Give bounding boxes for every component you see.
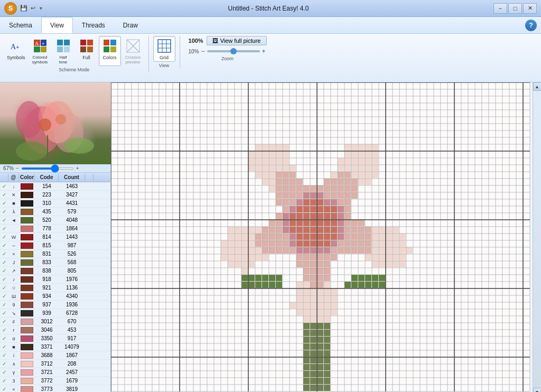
- svg-rect-9: [64, 40, 70, 45]
- color-row[interactable]: ✓ 778 1864: [0, 225, 110, 233]
- scroll-up-button[interactable]: ▲: [533, 82, 542, 91]
- color-row[interactable]: ✓ г 3046 453: [0, 326, 110, 334]
- color-row[interactable]: ✓ ■ 3371 14079: [0, 343, 110, 351]
- color-row[interactable]: ✓ 3 3772 1679: [0, 377, 110, 385]
- swatch-cell: [19, 234, 35, 241]
- tab-threads[interactable]: Threads: [73, 17, 114, 33]
- color-row[interactable]: ✓ γ 3721 2457: [0, 368, 110, 377]
- preview-zoom-out[interactable]: −: [16, 165, 19, 171]
- color-row[interactable]: ✓ λ 435 579: [0, 208, 110, 216]
- zoom-min-label: 10%: [189, 49, 199, 54]
- code-cell: 3712: [35, 361, 59, 367]
- stitch-canvas[interactable]: [111, 82, 533, 392]
- code-cell: 833: [35, 259, 59, 265]
- symbol-cell: г: [8, 328, 19, 333]
- color-row[interactable]: ✓ W 814 1443: [0, 233, 110, 241]
- view-items: Grid: [153, 36, 175, 62]
- quick-access-save[interactable]: 💾: [20, 5, 27, 12]
- code-cell: 223: [35, 192, 59, 198]
- view-full-button[interactable]: 🖼 View full picture: [207, 36, 267, 45]
- count-cell: 208: [59, 361, 85, 367]
- app-icon: S: [4, 2, 17, 15]
- quick-access-dropdown[interactable]: ▼: [39, 6, 43, 11]
- tab-draw[interactable]: Draw: [114, 17, 147, 33]
- header-code: Code: [35, 174, 59, 181]
- preview-zoom-in[interactable]: +: [76, 165, 79, 171]
- toolbar: A + Symbols A +: [0, 34, 541, 82]
- view-full-label: View full picture: [220, 38, 261, 44]
- full-icon: [78, 38, 95, 54]
- preview-zoom-bar: 67% − +: [0, 164, 110, 173]
- color-row[interactable]: ✓ ↓ 154 1463: [0, 182, 110, 191]
- zoom-slider[interactable]: [207, 50, 260, 52]
- count-cell: 1679: [59, 378, 85, 384]
- check-cell: ✓: [0, 310, 8, 316]
- color-row[interactable]: ✓ × 831 526: [0, 250, 110, 258]
- count-cell: 917: [59, 335, 85, 341]
- symbol-cell: ■: [8, 201, 19, 206]
- svg-point-33: [16, 142, 48, 161]
- half-tone-label: Halftone: [59, 55, 68, 64]
- code-cell: 815: [35, 242, 59, 248]
- half-tone-button[interactable]: Halftone: [52, 36, 74, 66]
- scheme-mode-items: A + Symbols A +: [4, 36, 144, 66]
- color-row[interactable]: ✓ ◄ 520 4048: [0, 216, 110, 225]
- color-row[interactable]: ✓ α 3350 917: [0, 334, 110, 343]
- zoom-in-icon[interactable]: +: [262, 48, 266, 55]
- color-row[interactable]: ✓ ■ 310 4431: [0, 199, 110, 208]
- color-row[interactable]: ✓ ♪ 918 1976: [0, 275, 110, 284]
- colored-symbols-label: Coloredsymbols: [32, 55, 48, 64]
- colored-symbols-button[interactable]: A + Coloredsymbols: [29, 36, 51, 66]
- scroll-down-button[interactable]: ▼: [533, 388, 542, 392]
- svg-rect-7: [41, 46, 46, 52]
- color-row[interactable]: ✓ ↘ 939 6728: [0, 309, 110, 318]
- symbols-button[interactable]: A + Symbols: [4, 36, 28, 66]
- code-cell: 814: [35, 234, 59, 240]
- color-row[interactable]: ✓ Ш 934 4340: [0, 292, 110, 301]
- close-button[interactable]: ✕: [523, 3, 537, 14]
- swatch-cell: [19, 242, 35, 249]
- color-row[interactable]: ✓ ↔ 815 987: [0, 241, 110, 250]
- color-row[interactable]: ✓ ☆ 921 1136: [0, 284, 110, 292]
- grid-button[interactable]: Grid: [153, 36, 175, 62]
- symbol-cell: γ: [8, 370, 19, 375]
- preview-zoom-slider[interactable]: [21, 167, 74, 170]
- full-button[interactable]: Full: [76, 36, 98, 66]
- minimize-button[interactable]: −: [493, 3, 507, 14]
- swatch-cell: [19, 293, 35, 300]
- color-table-body[interactable]: ✓ ↓ 154 1463 ✓ ✕ 223 3427 ✓ ■ 310 4431 ✓…: [0, 182, 110, 392]
- grid-area[interactable]: [111, 82, 533, 392]
- color-row[interactable]: ✓ ↗ 838 805: [0, 267, 110, 275]
- help-button[interactable]: ?: [525, 20, 537, 31]
- color-row[interactable]: ✓ ∧ 3712 208: [0, 360, 110, 368]
- tab-schema[interactable]: Schema: [0, 17, 41, 33]
- symbol-cell: ∧: [8, 361, 19, 367]
- right-scrollbar[interactable]: ▲ ▼: [533, 82, 541, 392]
- color-row[interactable]: ✓ « 3773 3819: [0, 385, 110, 392]
- color-row[interactable]: ✓ i 3688 1867: [0, 351, 110, 360]
- flower-svg: [0, 82, 111, 164]
- color-row[interactable]: ✓ 9 937 1936: [0, 301, 110, 309]
- swatch-cell: [19, 360, 35, 368]
- code-cell: 3688: [35, 352, 59, 358]
- svg-text:+: +: [16, 44, 19, 50]
- check-cell: ✓: [0, 209, 8, 214]
- quick-access-undo[interactable]: ↩: [31, 5, 35, 12]
- colors-icon: [101, 38, 118, 54]
- crosses-preview-button[interactable]: Crossespreview: [122, 36, 144, 66]
- zoom-out-icon[interactable]: −: [201, 48, 205, 55]
- tab-view[interactable]: View: [41, 17, 73, 33]
- color-row[interactable]: ✓ J 833 568: [0, 258, 110, 267]
- colors-button[interactable]: Colors: [99, 36, 121, 66]
- code-cell: 778: [35, 226, 59, 231]
- check-cell: ✓: [0, 302, 8, 307]
- color-row[interactable]: ✓ ✕ 223 3427: [0, 191, 110, 199]
- preview-zoom-label: 67%: [3, 165, 14, 171]
- window-title: Untitled - Stitch Art Easy! 4.0: [43, 5, 493, 12]
- svg-rect-16: [104, 40, 109, 45]
- code-cell: 3046: [35, 327, 59, 333]
- check-cell: ✓: [0, 251, 8, 257]
- color-row[interactable]: ✓ ≠ 3012 670: [0, 318, 110, 326]
- restore-button[interactable]: □: [508, 3, 522, 14]
- count-cell: 453: [59, 327, 85, 333]
